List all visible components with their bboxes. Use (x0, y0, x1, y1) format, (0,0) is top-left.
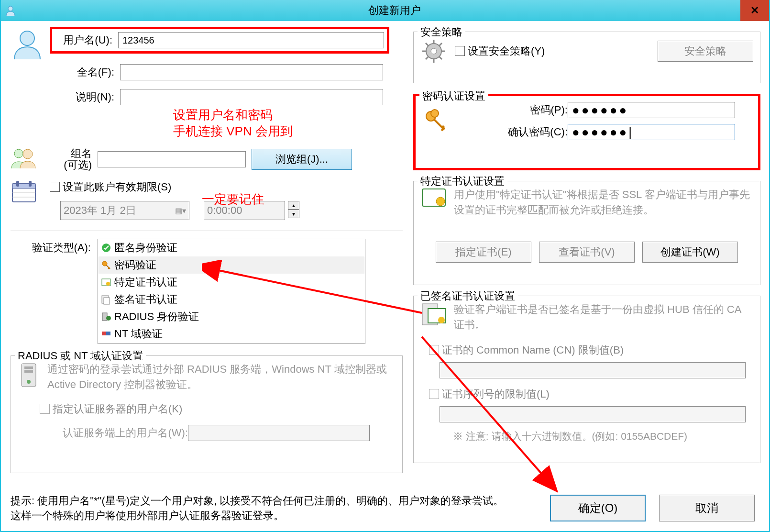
svg-point-0 (8, 6, 13, 11)
auth-signed-cert[interactable]: 签名证书认证 (98, 291, 365, 308)
auth-type-listbox[interactable]: 匿名身份验证 密码验证 特定证书认证 签名证书认证 RADIUS 身份验证 NT… (98, 239, 365, 344)
create-user-dialog: 创建新用户 用户名(U): 全名(F): (0, 0, 770, 532)
svg-rect-6 (16, 181, 19, 187)
svg-line-30 (426, 43, 429, 46)
window-title: 创建新用户 (20, 3, 769, 18)
cert-desc: 用户使用"特定证书认证"将根据是否 SSL 客户端证书与用户事先设置的证书完整匹… (454, 187, 753, 218)
group-input[interactable] (98, 151, 246, 167)
keys-icon (422, 108, 449, 134)
sec-policy-title: 安全策略 (418, 25, 465, 39)
auth-specific-cert[interactable]: 特定证书认证 (98, 274, 365, 291)
sec-policy-button: 安全策略 (658, 41, 753, 62)
group-icon (11, 147, 44, 171)
svg-point-2 (14, 149, 23, 158)
svg-rect-7 (29, 181, 32, 187)
username-label: 用户名(U): (55, 33, 112, 47)
svg-point-3 (23, 149, 33, 159)
ok-button[interactable]: 确定(O) (550, 495, 646, 521)
svg-point-35 (431, 110, 439, 117)
cn-checkbox (429, 345, 439, 355)
signed-cert-icon (420, 302, 447, 329)
time-spinner[interactable]: ▲▼ (288, 201, 299, 220)
auth-nt[interactable]: NT 域验证 (98, 325, 365, 343)
server-icon (18, 362, 40, 390)
password-input[interactable]: ●●●●●● (568, 102, 735, 118)
svg-rect-15 (104, 298, 110, 304)
svg-rect-19 (102, 332, 106, 335)
confirm-password-input[interactable]: ●●●●●●| (568, 124, 735, 140)
cancel-button[interactable]: 取消 (659, 495, 755, 521)
desc-label: 说明(N): (50, 90, 114, 104)
auth-type-label: 验证类型(A): (11, 239, 91, 344)
sn-input (440, 406, 746, 422)
auth-anonymous[interactable]: 匿名身份验证 (98, 239, 365, 256)
sn-checkbox (429, 389, 439, 399)
user-icon (5, 5, 16, 16)
radius-username-input (188, 425, 370, 441)
desc-input[interactable] (120, 89, 383, 105)
annotation-vpn: 设置用户名和密码 手机连接 VPN 会用到 (173, 107, 293, 140)
create-cert-button[interactable]: 创建证书(W) (642, 242, 738, 263)
group-label2: (可选) (50, 159, 92, 171)
radius-field-label: 认证服务端上的用户名(W): (40, 425, 188, 441)
svg-point-1 (20, 31, 34, 45)
gear-icon (420, 38, 447, 65)
title-bar: 创建新用户 (1, 0, 769, 21)
calendar-icon (11, 180, 44, 206)
svg-point-37 (436, 197, 445, 206)
auth-password[interactable]: 密码验证 (98, 256, 365, 274)
svg-line-33 (439, 43, 442, 46)
svg-line-32 (426, 56, 429, 59)
svg-rect-16 (102, 313, 107, 321)
svg-point-17 (106, 316, 111, 321)
expire-date-picker[interactable]: 2023年 1月 2日 ▦▾ (60, 201, 189, 220)
svg-line-31 (439, 56, 442, 59)
svg-point-25 (431, 48, 437, 54)
radius-chk (40, 404, 50, 414)
cert-title: 特定证书认证设置 (418, 174, 507, 188)
radius-title: RADIUS 或 NT 域认证设置 (15, 349, 146, 363)
view-cert-button: 查看证书(V) (539, 242, 635, 263)
pwd-title: 密码认证设置 (419, 89, 488, 103)
svg-rect-22 (24, 370, 33, 373)
sec-policy-checkbox[interactable] (455, 46, 465, 56)
fullname-label: 全名(F): (50, 65, 114, 79)
fullname-input[interactable] (120, 64, 383, 80)
hex-note: ※ 注意: 请输入十六进制数值。(例如: 0155ABCDEF) (453, 429, 753, 443)
svg-point-40 (438, 317, 445, 323)
user-large-icon (11, 27, 44, 60)
expire-checkbox[interactable] (50, 182, 60, 192)
radius-desc: 通过密码的登录尝试通过外部 RADIUS 服务端，Windows NT 域控制器… (47, 362, 396, 392)
cert-icon (420, 187, 447, 214)
confirm-pwd-label: 确认密码(C): (458, 125, 568, 139)
group-label1: 组名 (50, 148, 92, 159)
pwd-label: 密码(P): (458, 103, 568, 117)
svg-point-13 (106, 282, 110, 286)
browse-group-button[interactable]: 浏览组(J)... (252, 149, 352, 170)
footer-tip: 提示: 使用用户名"*"(星号)定义一个用户对象, 以接受不符合任何已注册的、明… (11, 494, 508, 523)
svg-point-23 (27, 380, 31, 384)
close-button[interactable] (740, 0, 769, 21)
cn-input (440, 362, 746, 378)
svg-rect-5 (12, 184, 35, 188)
auth-radius[interactable]: RADIUS 身份验证 (98, 308, 365, 325)
signed-desc: 验证客户端证书是否已签名是基于一份由虚拟 HUB 信任的 CA 证书。 (454, 302, 753, 332)
specify-cert-button: 指定证书(E) (436, 242, 531, 263)
signed-title: 已签名证书认证设置 (418, 289, 518, 303)
annotation-remember: 一定要记住 (202, 191, 264, 208)
username-input[interactable] (118, 32, 384, 48)
svg-rect-21 (24, 366, 33, 369)
